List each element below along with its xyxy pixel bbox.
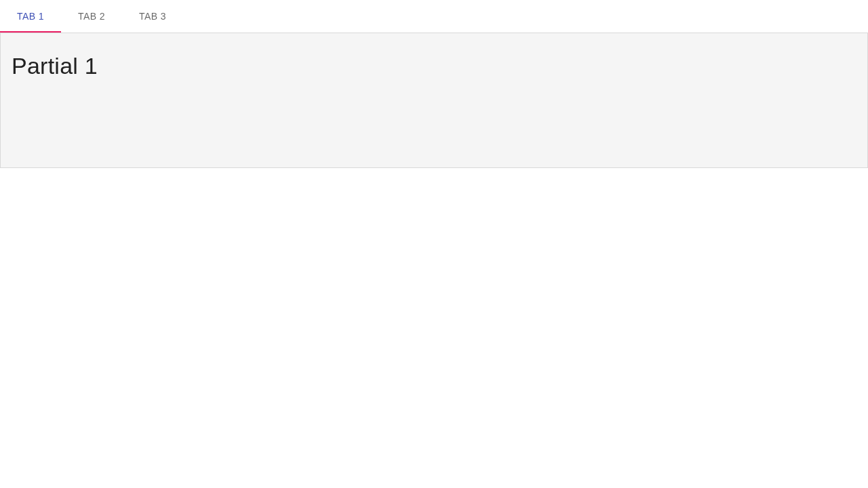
tab-label: Tab 2: [78, 11, 105, 22]
tab-2[interactable]: Tab 2: [61, 0, 122, 33]
tab-label: Tab 3: [139, 11, 166, 22]
tabs-bar: Tab 1 Tab 2 Tab 3: [0, 0, 868, 33]
tab-3[interactable]: Tab 3: [122, 0, 183, 33]
tab-1[interactable]: Tab 1: [0, 0, 61, 33]
content-heading: Partial 1: [12, 52, 856, 81]
tab-content-panel: Partial 1: [0, 33, 868, 168]
tab-label: Tab 1: [17, 11, 44, 22]
